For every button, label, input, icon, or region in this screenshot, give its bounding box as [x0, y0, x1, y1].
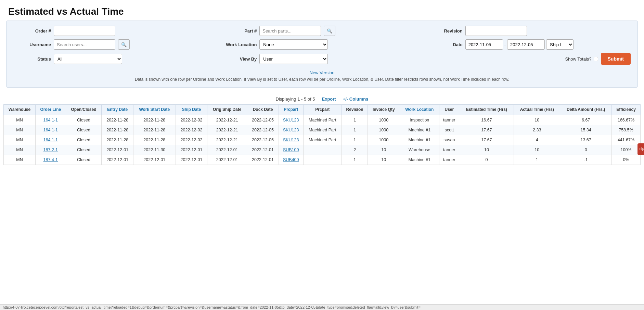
- col-revision: Revision: [342, 105, 368, 115]
- display-count: Displaying 1 - 5 of 5: [276, 96, 315, 102]
- part-search-button[interactable]: 🔍: [324, 26, 335, 36]
- table-cell: 2.33: [514, 125, 560, 135]
- username-search-button[interactable]: 🔍: [118, 39, 130, 50]
- table-cell[interactable]: SKU123: [279, 115, 303, 125]
- table-cell: 1000: [368, 125, 400, 135]
- table-cell: [303, 155, 342, 165]
- table-cell: 100%: [611, 145, 640, 155]
- table-cell: 1000: [368, 115, 400, 125]
- table-cell: tanner: [439, 155, 459, 165]
- table-cell: 2022-11-28: [133, 115, 176, 125]
- table-cell[interactable]: 187.4-1: [35, 155, 66, 165]
- table-cell: 1: [342, 125, 368, 135]
- columns-link[interactable]: +/- Columns: [343, 96, 369, 102]
- col-order-line: Order Line: [35, 105, 66, 115]
- date-to-input[interactable]: [507, 39, 545, 50]
- table-cell: 2: [342, 145, 368, 155]
- table-cell[interactable]: 164.1-1: [35, 125, 66, 135]
- revision-input[interactable]: [465, 26, 527, 36]
- new-version-link[interactable]: New Version: [13, 70, 631, 75]
- table-cell: 2022-11-28: [133, 135, 176, 145]
- table-cell: 2022-12-01: [133, 155, 176, 165]
- table-cell[interactable]: SKU123: [279, 125, 303, 135]
- table-cell: 0%: [611, 155, 640, 165]
- status-label: Status: [13, 56, 51, 62]
- data-table: Warehouse Order Line Open/Closed Entry D…: [3, 104, 641, 165]
- table-cell: 1: [342, 115, 368, 125]
- username-input[interactable]: [54, 39, 115, 50]
- part-group: Part # 🔍: [219, 26, 425, 36]
- table-cell: MN: [4, 135, 36, 145]
- table-cell: 2022-11-28: [102, 125, 133, 135]
- show-totals-checkbox[interactable]: [594, 57, 598, 61]
- table-cell: 2022-12-01: [102, 145, 133, 155]
- table-cell: Machined Part: [303, 125, 342, 135]
- table-cell: [303, 145, 342, 155]
- help-tab[interactable]: Help: [638, 143, 644, 155]
- table-cell: 4: [514, 135, 560, 145]
- table-cell: -1: [560, 155, 612, 165]
- table-cell: 13.67: [560, 135, 612, 145]
- table-row: MN187.4-1Closed2022-12-012022-12-012022-…: [4, 155, 641, 165]
- table-cell: 2022-11-30: [133, 145, 176, 155]
- table-cell: 15.34: [560, 125, 612, 135]
- table-cell[interactable]: SUB100: [279, 145, 303, 155]
- table-cell: 10: [368, 145, 400, 155]
- table-cell: 2022-12-01: [102, 155, 133, 165]
- table-cell: 1: [342, 135, 368, 145]
- table-cell[interactable]: SKU123: [279, 135, 303, 145]
- table-cell: Machine #1: [400, 135, 439, 145]
- part-label: Part #: [219, 28, 257, 34]
- filter-row-2: Username 🔍 Work Location None Date - Shi…: [13, 39, 631, 50]
- table-cell: Closed: [66, 145, 102, 155]
- table-cell: 10: [459, 145, 514, 155]
- table-cell: 1: [342, 155, 368, 165]
- date-group: Date - Ship I: [425, 39, 631, 50]
- info-section: New Version Data is shown with one row p…: [13, 68, 631, 82]
- table-cell: Inspection: [400, 115, 439, 125]
- date-type-select[interactable]: Ship I: [546, 39, 574, 50]
- view-by-select[interactable]: User Location: [259, 54, 328, 64]
- table-cell[interactable]: 164.1-1: [35, 115, 66, 125]
- col-orig-ship-date: Orig Ship Date: [207, 105, 247, 115]
- filter-row-3: Status All Open Closed View By User Loca…: [13, 53, 631, 65]
- work-location-select[interactable]: None: [259, 39, 328, 50]
- view-by-label: View By: [219, 56, 257, 62]
- export-link[interactable]: Export: [322, 96, 336, 102]
- table-cell: 1000: [368, 135, 400, 145]
- col-dock-date: Dock Date: [247, 105, 279, 115]
- revision-group: Revision: [425, 26, 631, 36]
- table-cell: 2022-11-28: [102, 135, 133, 145]
- page-title: Estimated vs Actual Time: [0, 0, 644, 21]
- table-cell: 2022-12-01: [176, 155, 207, 165]
- col-work-location: Work Location: [400, 105, 439, 115]
- col-prcpart2: Prcpart: [303, 105, 342, 115]
- table-cell: Machined Part: [303, 115, 342, 125]
- col-work-start-date: Work Start Date: [133, 105, 176, 115]
- table-cell: 2022-12-01: [207, 145, 247, 155]
- table-cell: 0: [560, 145, 612, 155]
- col-estimated-time: Estimated Time (Hrs): [459, 105, 514, 115]
- order-group: Order #: [13, 26, 219, 36]
- table-cell: 2022-12-05: [247, 115, 279, 125]
- table-cell: Machined Part: [303, 135, 342, 145]
- table-cell: 2022-12-05: [247, 135, 279, 145]
- table-cell[interactable]: 164.1-1: [35, 135, 66, 145]
- table-wrap: Warehouse Order Line Open/Closed Entry D…: [3, 104, 641, 165]
- table-cell: 2022-12-02: [176, 135, 207, 145]
- table-cell: Closed: [66, 155, 102, 165]
- table-cell[interactable]: SUB400: [279, 155, 303, 165]
- table-cell: Closed: [66, 115, 102, 125]
- table-cell: 10: [514, 115, 560, 125]
- table-cell: 2022-12-01: [247, 155, 279, 165]
- part-input[interactable]: [259, 26, 321, 36]
- view-by-group: View By User Location: [219, 54, 425, 64]
- table-cell[interactable]: 187.2-1: [35, 145, 66, 155]
- date-from-input[interactable]: [465, 39, 503, 50]
- table-cell: 2022-11-28: [102, 115, 133, 125]
- status-select[interactable]: All Open Closed: [54, 54, 122, 64]
- table-cell: 2022-12-21: [207, 115, 247, 125]
- order-input[interactable]: [54, 26, 115, 36]
- col-prcpart1: Prcpart: [279, 105, 303, 115]
- submit-button[interactable]: Submit: [601, 53, 631, 65]
